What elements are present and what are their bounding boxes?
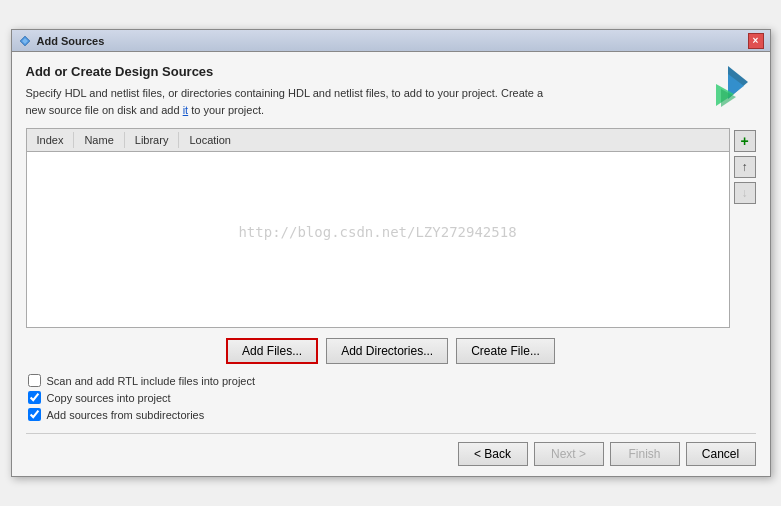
description-link[interactable]: it bbox=[183, 104, 189, 116]
section-title: Add or Create Design Sources bbox=[26, 64, 756, 79]
table-container: Index Name Library Location http://blog.… bbox=[26, 128, 730, 328]
close-button[interactable]: × bbox=[748, 33, 764, 49]
checkboxes-area: Scan and add RTL include files into proj… bbox=[26, 374, 756, 421]
col-library: Library bbox=[125, 132, 180, 148]
add-subdirs-checkbox[interactable] bbox=[28, 408, 41, 421]
next-button[interactable]: Next > bbox=[534, 442, 604, 466]
move-down-button[interactable]: ↓ bbox=[734, 182, 756, 204]
add-files-button[interactable]: Add Files... bbox=[226, 338, 318, 364]
action-buttons: Add Files... Add Directories... Create F… bbox=[26, 338, 756, 364]
window-body: Add or Create Design Sources Specify HDL… bbox=[12, 52, 770, 476]
col-location: Location bbox=[179, 132, 241, 148]
footer-buttons: < Back Next > Finish Cancel bbox=[26, 433, 756, 466]
table-body: http://blog.csdn.net/LZY272942518 bbox=[27, 152, 729, 312]
main-window: Add Sources × Add or Create Design Sourc… bbox=[11, 29, 771, 477]
back-button[interactable]: < Back bbox=[458, 442, 528, 466]
copy-sources-label: Copy sources into project bbox=[47, 392, 171, 404]
copy-sources-checkbox[interactable] bbox=[28, 391, 41, 404]
col-index: Index bbox=[27, 132, 75, 148]
checkbox-row-3: Add sources from subdirectories bbox=[28, 408, 756, 421]
table-header: Index Name Library Location bbox=[27, 129, 729, 152]
cancel-button[interactable]: Cancel bbox=[686, 442, 756, 466]
scan-rtl-checkbox[interactable] bbox=[28, 374, 41, 387]
sidebar-buttons: + ↑ ↓ bbox=[734, 128, 756, 328]
watermark-text: http://blog.csdn.net/LZY272942518 bbox=[238, 224, 516, 240]
add-subdirs-label: Add sources from subdirectories bbox=[47, 409, 205, 421]
scan-rtl-label: Scan and add RTL include files into proj… bbox=[47, 375, 256, 387]
checkbox-row-1: Scan and add RTL include files into proj… bbox=[28, 374, 756, 387]
checkbox-row-2: Copy sources into project bbox=[28, 391, 756, 404]
logo-area bbox=[706, 64, 756, 124]
add-row-button[interactable]: + bbox=[734, 130, 756, 152]
title-bar-title: Add Sources bbox=[37, 35, 748, 47]
move-up-button[interactable]: ↑ bbox=[734, 156, 756, 178]
finish-button[interactable]: Finish bbox=[610, 442, 680, 466]
create-file-button[interactable]: Create File... bbox=[456, 338, 555, 364]
add-directories-button[interactable]: Add Directories... bbox=[326, 338, 448, 364]
title-bar-icon bbox=[18, 34, 32, 48]
table-area: Index Name Library Location http://blog.… bbox=[26, 128, 756, 328]
description: Specify HDL and netlist files, or direct… bbox=[26, 85, 756, 118]
title-bar: Add Sources × bbox=[12, 30, 770, 52]
col-name: Name bbox=[74, 132, 124, 148]
